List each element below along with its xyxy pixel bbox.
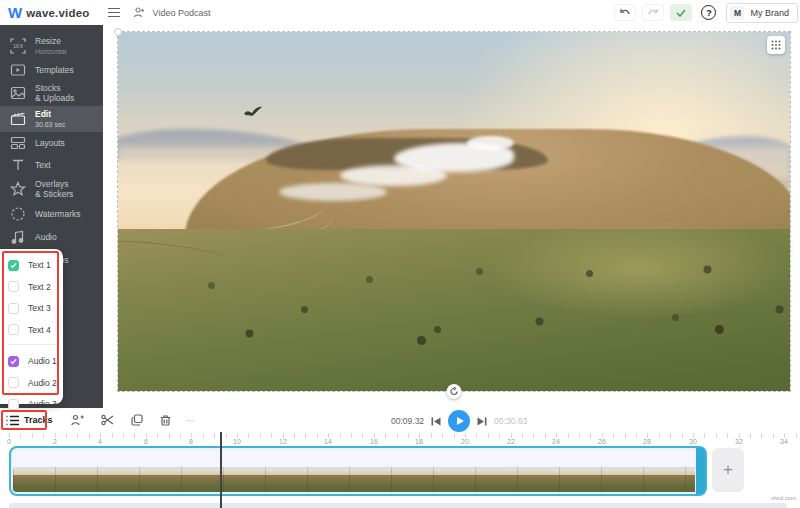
clip-text-row bbox=[13, 450, 695, 468]
menu-icon[interactable] bbox=[108, 8, 120, 17]
track-toggle-audio-3[interactable]: Audio 3 bbox=[8, 397, 63, 411]
watermark-text: vlvid.com bbox=[771, 495, 796, 501]
rotate-handle-icon[interactable] bbox=[447, 384, 462, 399]
skip-to-end-icon[interactable] bbox=[477, 417, 487, 426]
track-toggle-text-1[interactable]: Text 1 bbox=[8, 258, 63, 272]
track-label: Text 4 bbox=[28, 325, 51, 335]
video-frame-landscape bbox=[118, 32, 790, 391]
play-icon bbox=[457, 417, 464, 425]
clip-filmstrip-thumbnails bbox=[13, 467, 695, 492]
ruler-label: 22 bbox=[507, 438, 515, 445]
sidebar-item-layouts[interactable]: Layouts bbox=[0, 132, 103, 154]
more-options-button[interactable]: ⋯ bbox=[186, 415, 197, 426]
ruler-label: 28 bbox=[643, 438, 651, 445]
project-title[interactable]: Video Podcast bbox=[153, 8, 211, 18]
brand-name: My Brand bbox=[750, 8, 789, 18]
video-preview-canvas[interactable] bbox=[117, 31, 791, 392]
layouts-icon bbox=[10, 135, 26, 151]
sidebar-label: Audio bbox=[35, 232, 57, 242]
topbar: W wave.video Video Podcast bbox=[0, 0, 800, 25]
skip-to-start-icon[interactable] bbox=[431, 417, 441, 426]
edit-clapperboard-icon bbox=[10, 111, 26, 127]
split-scissors-icon[interactable] bbox=[101, 414, 114, 426]
sidebar-item-overlays-stickers[interactable]: Overlays & Stickers bbox=[0, 176, 103, 202]
checkbox-checked-icon[interactable] bbox=[8, 260, 19, 271]
sidebar-item-resize[interactable]: 16:9 Resize Horizontal bbox=[0, 32, 103, 59]
ruler-label: 12 bbox=[279, 438, 287, 445]
checkbox-checked-icon[interactable] bbox=[8, 356, 19, 367]
tracks-button-label: Tracks bbox=[24, 415, 53, 425]
track-toggle-audio-2[interactable]: Audio 2 bbox=[8, 376, 63, 390]
sidebar-item-templates[interactable]: Templates bbox=[0, 59, 103, 80]
help-button[interactable]: ? bbox=[701, 5, 716, 20]
checkbox-icon[interactable] bbox=[8, 324, 19, 335]
track-label: Audio 1 bbox=[28, 356, 57, 366]
checkbox-icon[interactable] bbox=[8, 399, 19, 410]
redo-button[interactable] bbox=[642, 4, 664, 21]
checkbox-icon[interactable] bbox=[8, 303, 19, 314]
text-icon bbox=[10, 157, 26, 173]
delete-trash-icon[interactable] bbox=[160, 414, 171, 426]
audio-note-icon bbox=[10, 229, 26, 245]
templates-icon bbox=[10, 62, 26, 78]
ruler-label: 14 bbox=[324, 438, 332, 445]
ruler-label: 6 bbox=[144, 438, 148, 445]
checkbox-icon[interactable] bbox=[8, 377, 19, 388]
duplicate-icon[interactable] bbox=[131, 414, 143, 426]
transport-controls: 00:09.32 00:30.63 bbox=[391, 409, 527, 433]
sidebar-label: Layouts bbox=[35, 138, 65, 148]
track-toggle-text-3[interactable]: Text 3 bbox=[8, 301, 63, 315]
undo-button[interactable] bbox=[614, 4, 636, 21]
current-time: 00:09.32 bbox=[391, 416, 424, 426]
ruler-label: 26 bbox=[598, 438, 606, 445]
tracks-button[interactable]: Tracks bbox=[6, 415, 53, 426]
ruler-label: 16 bbox=[370, 438, 378, 445]
track-label: Text 1 bbox=[28, 260, 51, 270]
sidebar-item-text[interactable]: Text bbox=[0, 154, 103, 176]
brand-avatar: M bbox=[730, 6, 744, 20]
tracks-list-icon bbox=[6, 415, 19, 426]
track-toggle-text-2[interactable]: Text 2 bbox=[8, 280, 63, 294]
ruler-label: 4 bbox=[98, 438, 102, 445]
sidebar-label: Resize Horizontal bbox=[35, 36, 67, 56]
sidebar-item-audio[interactable]: Audio bbox=[0, 225, 103, 248]
sidebar-item-watermarks[interactable]: Watermarks bbox=[0, 202, 103, 225]
play-button[interactable] bbox=[448, 410, 470, 432]
track-label: Text 2 bbox=[28, 282, 51, 292]
timeline-audio-track[interactable] bbox=[9, 503, 787, 508]
total-duration: 00:30.63 bbox=[494, 416, 527, 426]
timeline-playhead[interactable] bbox=[220, 430, 222, 508]
track-label: Text 3 bbox=[28, 303, 51, 313]
brand-selector[interactable]: M My Brand bbox=[726, 3, 798, 23]
logo-wordmark: wave.video bbox=[26, 7, 89, 19]
popup-divider bbox=[8, 344, 55, 345]
drag-grid-icon[interactable] bbox=[767, 36, 785, 54]
sidebar-item-edit[interactable]: Edit 30.63 sec bbox=[0, 106, 103, 132]
sidebar-item-stocks-uploads[interactable]: Stocks & Uploads bbox=[0, 80, 103, 106]
wave-video-editor: W wave.video Video Podcast bbox=[0, 0, 800, 508]
svg-text:16:9: 16:9 bbox=[13, 43, 23, 49]
ruler-ticks bbox=[9, 433, 800, 438]
watermark-icon bbox=[10, 206, 26, 222]
timeline-ruler[interactable]: 0 2 4 6 8 10 12 14 16 18 20 22 24 26 28 … bbox=[0, 432, 800, 446]
ruler-label: 32 bbox=[735, 438, 743, 445]
checkbox-icon[interactable] bbox=[8, 281, 19, 292]
ruler-label: 0 bbox=[7, 438, 11, 445]
invite-collaborator-icon[interactable] bbox=[132, 7, 145, 18]
save-confirm-button[interactable] bbox=[670, 4, 692, 21]
ruler-label: 8 bbox=[189, 438, 193, 445]
resize-icon: 16:9 bbox=[10, 38, 26, 54]
wave-logo-icon: W bbox=[8, 4, 21, 21]
grass-warm-light bbox=[488, 219, 790, 320]
ruler-label: 20 bbox=[461, 438, 469, 445]
clip-trim-handle[interactable] bbox=[696, 448, 705, 494]
sidebar-label: Edit 30.63 sec bbox=[35, 109, 65, 129]
track-toggle-text-4[interactable]: Text 4 bbox=[8, 323, 63, 337]
add-scene-button[interactable]: + bbox=[712, 448, 744, 492]
ruler-label: 10 bbox=[233, 438, 241, 445]
voiceover-person-icon[interactable] bbox=[70, 414, 84, 426]
sidebar-label: Overlays & Stickers bbox=[35, 179, 73, 199]
timeline-video-clip[interactable] bbox=[9, 446, 707, 496]
track-toggle-audio-1[interactable]: Audio 1 bbox=[8, 354, 63, 368]
resize-corner-handle[interactable] bbox=[114, 28, 122, 36]
